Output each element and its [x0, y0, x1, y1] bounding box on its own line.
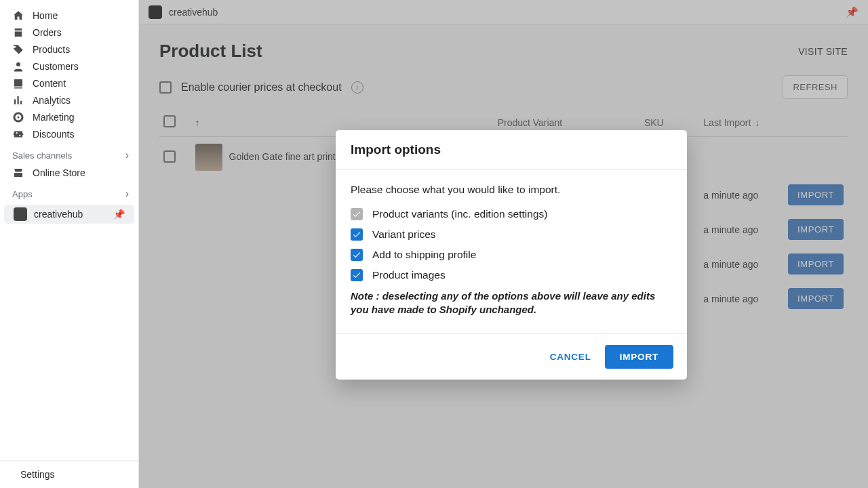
visit-site-link[interactable]: VISIT SITE: [798, 46, 848, 57]
nav-label: Marketing: [33, 112, 74, 123]
topbar: creativehub 📌: [139, 0, 868, 24]
nav-settings[interactable]: Settings: [0, 460, 138, 488]
option-product-images[interactable]: Product images: [351, 269, 672, 281]
topbar-app-name: creativehub: [169, 7, 218, 18]
last-import-cell: a minute ago: [699, 178, 784, 212]
sales-channels-label: Sales channels: [12, 150, 72, 161]
discounts-icon: [12, 128, 24, 140]
checkbox-checked-icon[interactable]: [351, 228, 363, 241]
product-thumbnail: [195, 144, 222, 171]
analytics-icon: [12, 94, 24, 106]
nav-products[interactable]: Products: [0, 41, 138, 58]
option-label: Variant prices: [372, 228, 436, 241]
marketing-icon: [12, 111, 24, 123]
info-icon[interactable]: i: [351, 81, 363, 94]
import-button[interactable]: IMPORT: [788, 184, 844, 205]
sidebar: Home Orders Products Customers Content A…: [0, 0, 139, 488]
nav-label: Online Store: [33, 167, 85, 178]
confirm-import-button[interactable]: IMPORT: [605, 345, 673, 369]
app-icon: [149, 5, 162, 19]
last-import-cell: a minute ago: [699, 212, 784, 247]
nav-label: Orders: [33, 27, 62, 38]
import-button[interactable]: IMPORT: [788, 219, 844, 240]
nav-label: Home: [33, 10, 58, 21]
sales-channels-section[interactable]: Sales channels ›: [0, 142, 138, 164]
chevron-right-icon: ›: [125, 149, 129, 161]
nav-content[interactable]: Content: [0, 75, 138, 92]
courier-checkbox[interactable]: [159, 81, 172, 94]
option-shipping-profile[interactable]: Add to shipping profile: [351, 249, 672, 261]
checkbox-disabled-checked-icon[interactable]: [351, 208, 363, 220]
dialog-title: Import options: [336, 130, 687, 170]
option-product-variants[interactable]: Product variants (inc. edition settings): [351, 208, 672, 220]
nav-label: Discounts: [33, 129, 74, 140]
import-options-dialog: Import options Please choose what you wo…: [336, 130, 687, 380]
app-name: creativehub: [34, 209, 83, 220]
pin-icon[interactable]: 📌: [846, 6, 859, 18]
pin-icon[interactable]: 📌: [113, 209, 125, 220]
checkbox-checked-icon[interactable]: [351, 249, 363, 261]
store-icon: [12, 167, 24, 179]
checkbox-checked-icon[interactable]: [351, 269, 363, 281]
row-checkbox[interactable]: [163, 150, 176, 163]
customers-icon: [12, 60, 24, 73]
nav-home[interactable]: Home: [0, 7, 138, 24]
select-all-checkbox[interactable]: [163, 115, 176, 127]
nav-customers[interactable]: Customers: [0, 58, 138, 75]
page-title: Product List: [159, 41, 262, 62]
products-icon: [12, 43, 24, 56]
app-creativehub[interactable]: creativehub 📌: [4, 205, 134, 224]
nav-analytics[interactable]: Analytics: [0, 92, 138, 108]
cancel-button[interactable]: CANCEL: [550, 352, 591, 362]
nav-label: Analytics: [33, 95, 71, 106]
option-label: Product images: [372, 269, 446, 281]
nav-label: Customers: [33, 61, 79, 72]
option-label: Add to shipping profile: [372, 249, 476, 261]
settings-label: Settings: [20, 469, 55, 480]
content-icon: [12, 77, 24, 89]
import-button[interactable]: IMPORT: [788, 253, 844, 274]
home-icon: [12, 9, 24, 22]
import-button[interactable]: IMPORT: [788, 288, 844, 309]
nav-online-store[interactable]: Online Store: [0, 164, 138, 181]
nav-label: Content: [33, 78, 66, 89]
option-variant-prices[interactable]: Variant prices: [351, 228, 672, 241]
chevron-right-icon: ›: [125, 188, 129, 200]
nav-discounts[interactable]: Discounts: [0, 125, 138, 142]
option-label: Product variants (inc. edition settings): [372, 208, 547, 220]
last-import-cell: a minute ago: [699, 281, 784, 316]
dialog-lead: Please choose what you would like to imp…: [351, 184, 672, 196]
refresh-button[interactable]: REFRESH: [783, 75, 848, 99]
apps-label: Apps: [12, 189, 33, 199]
th-last-import[interactable]: Last Import: [703, 117, 751, 128]
nav-marketing[interactable]: Marketing: [0, 108, 138, 125]
nav-orders[interactable]: Orders: [0, 24, 138, 41]
courier-label: Enable courier prices at checkout: [181, 81, 342, 94]
sort-down-icon: ↓: [755, 117, 760, 128]
orders-icon: [12, 26, 24, 39]
product-name: Golden Gate fine art print: [229, 151, 336, 162]
nav-label: Products: [33, 44, 70, 55]
apps-section[interactable]: Apps ›: [0, 181, 138, 203]
dialog-note: Note : deselecting any of the options ab…: [351, 289, 672, 317]
app-icon: [14, 207, 27, 221]
last-import-cell: a minute ago: [699, 247, 784, 281]
sort-up-icon[interactable]: ↑: [195, 117, 200, 128]
